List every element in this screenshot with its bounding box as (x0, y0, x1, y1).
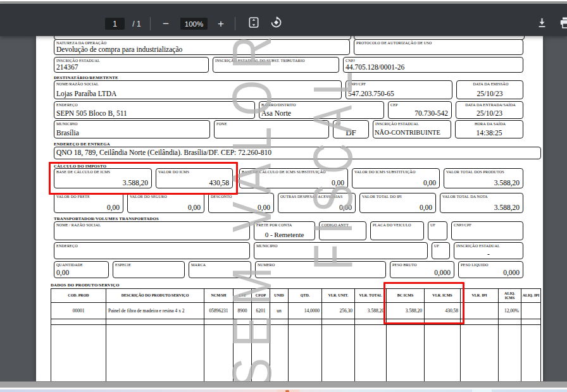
cell-qtd: 14,0000 (289, 303, 322, 319)
field-label: CNPJ (344, 58, 523, 63)
field-value (54, 257, 249, 259)
print-button[interactable] (558, 18, 567, 30)
field-value (215, 137, 328, 138)
zoom-out-glyph: − (163, 18, 169, 30)
field-label: VALOR TOTAL DOS PRODUTOS (444, 169, 523, 174)
field-natureza-operacao: NATUREZA DA OPERAÇÃO Devolução de compra… (54, 39, 350, 55)
field-label: INSCRIÇÃO ESTADUAL DO SUBST. TRIBUTARIO (213, 58, 339, 63)
field-label: MUNICIPIO (254, 243, 427, 248)
field-value: 0,00 (278, 204, 355, 212)
col-header: VLR. IPI (461, 289, 499, 302)
field-value (371, 238, 423, 240)
field-value: 0,00 (128, 204, 204, 212)
rotate-button[interactable] (268, 18, 284, 30)
col-header: NCM/SH (204, 289, 234, 302)
product-table-empty-row (51, 319, 540, 325)
zoom-out-button[interactable]: − (158, 18, 173, 30)
field-value: 214367 (54, 63, 208, 72)
field-label: HORA DA SAÍDA (456, 121, 523, 126)
field-value (354, 53, 523, 54)
field-label: NOME/RAZÃO SOCIAL (54, 81, 341, 86)
field-value: 0,00 (54, 204, 123, 212)
field-codigo-antt: CODIGO ANTT (319, 221, 366, 240)
field-data-entrada-saida: DATA DA ENTRADA/SAÍDA 25/10/23 (456, 101, 523, 119)
field-cnpj-cpf: CNPJ/CPF 547.203.750-65 (346, 80, 452, 99)
col-header: CST (234, 289, 252, 302)
field-value: 44.705.128/0001-26 (344, 63, 523, 72)
zoom-in-glyph: + (218, 18, 224, 30)
field-label: MUNICIPIO (54, 121, 209, 126)
cell-aliq-ipi (521, 303, 540, 319)
field-outras-despesas: OUTRAS DESPESAS ACESSÓRIAS 0,00 (278, 193, 356, 213)
field-value (452, 238, 523, 240)
field-label: UF (432, 243, 449, 248)
field-label: VALOR TOTAL DO IPI (360, 193, 435, 199)
field-value: 0,00 (240, 179, 347, 188)
field-especie: ESPECIE (113, 261, 185, 278)
field-label: CNPJ/CPF (452, 222, 523, 227)
cell-cod-prod: 00001 (51, 303, 106, 319)
col-header: ALIQ. ICMS (499, 289, 521, 302)
field-value (113, 276, 184, 278)
cell-ncm: 05896231 (204, 303, 234, 319)
field-label: QUANTIDADE (54, 262, 108, 267)
field-numero: NUMERO (255, 261, 386, 278)
field-quantidade: QUANTIDADE 0,00 (54, 261, 109, 278)
field-label: CODIGO ANTT (320, 222, 366, 227)
field-label: INSCRIÇÃO ESTADUAL (373, 121, 451, 126)
field-value: NÃO-CONTRIBUINTE (373, 129, 451, 138)
zoom-level-value: 100% (185, 20, 203, 28)
field-value: 0,00 (54, 269, 108, 278)
field-municipio: MUNICIPIO Brasília (54, 120, 210, 138)
col-header: VLR. TOTAL (355, 289, 387, 302)
field-transportador-inscricao: INSCRIÇÃO ESTADUAL - (454, 242, 523, 259)
field-transportador-endereco: ENDEREÇO (54, 242, 250, 259)
field-cep: CEP 70.730-542 (388, 101, 452, 119)
page-count-label: / 1 (127, 18, 146, 30)
field-peso-bruto: PESO BRUTO 0,000 (390, 261, 454, 278)
field-transportador-municipio: MUNICIPIO (254, 242, 428, 259)
col-header: ALIQ. IPI (521, 289, 540, 302)
fit-to-page-button[interactable] (247, 18, 261, 30)
field-value: 0,00 (360, 204, 435, 212)
field-label: PESO BRUTO (390, 262, 454, 267)
field-label: ENDEREÇO (54, 243, 249, 248)
zoom-in-button[interactable]: + (213, 18, 228, 30)
toolbar-separator-2 (235, 17, 235, 30)
field-label: NOME / RAZÃO SOCIAL (54, 222, 249, 227)
field-transportador-uf2: UF (432, 242, 450, 259)
field-value: SEPN 505 Bloco B, 511 (54, 109, 254, 118)
pdf-viewer-window: 1 / 1 − 100% + (0, 0, 567, 392)
field-label: CEP (389, 102, 451, 107)
product-table-header: COD. PROD DESCRIÇÃO DO PRODUTO/SERVIÇO N… (51, 289, 540, 303)
field-uf: UF DF (333, 120, 369, 138)
field-value: 547.203.750-65 (346, 90, 452, 99)
field-value (432, 257, 449, 259)
field-value: 0,00 (352, 179, 439, 188)
field-value (256, 276, 385, 278)
product-table: COD. PROD DESCRIÇÃO DO PRODUTO/SERVIÇO N… (51, 288, 541, 382)
field-value: 70.730-542 (389, 109, 451, 118)
field-valor-total-ipi: VALOR TOTAL DO IPI 0,00 (359, 193, 436, 213)
field-label: DATA DA ENTRADA/SAÍDA (456, 102, 523, 107)
field-value: 25/10/23 (457, 90, 523, 99)
page-number-input[interactable]: 1 (105, 18, 125, 30)
cell-unid: un (270, 303, 289, 319)
field-data-emissao: DATA DA EMISSÃO 25/10/23 (456, 80, 523, 99)
field-value: 0 - Remetente (254, 231, 315, 240)
field-value: Asa Norte (259, 109, 383, 118)
field-inscricao-estadual: INSCRIÇÃO ESTADUAL 214367 (54, 57, 209, 73)
section-destinatario: DESTINATÁRIO/REMETENTE (54, 75, 118, 80)
section-endereco-entrega: ENDEREÇO DE ENTREGA (54, 142, 110, 146)
field-valor-seguro: VALOR DO SEGURO 0,00 (127, 193, 204, 213)
field-label: CNPJ/CPF (346, 81, 452, 86)
field-endereco-entrega: QNO 18, 789, Ceilândia Norte (Ceilândia)… (54, 147, 541, 159)
field-value: QNO 18, 789, Ceilândia Norte (Ceilândia)… (54, 149, 540, 157)
field-label: BAIRRO/DISTRITO (259, 102, 383, 107)
field-value: Lojas Paraíba LTDA (54, 90, 341, 99)
field-value: - (454, 250, 523, 259)
download-button[interactable] (535, 18, 549, 30)
zoom-level-select[interactable]: 100% (180, 18, 208, 30)
field-inscricao-destinatario: INSCRIÇÃO ESTADUAL NÃO-CONTRIBUINTE (373, 120, 451, 138)
field-value (428, 238, 447, 240)
